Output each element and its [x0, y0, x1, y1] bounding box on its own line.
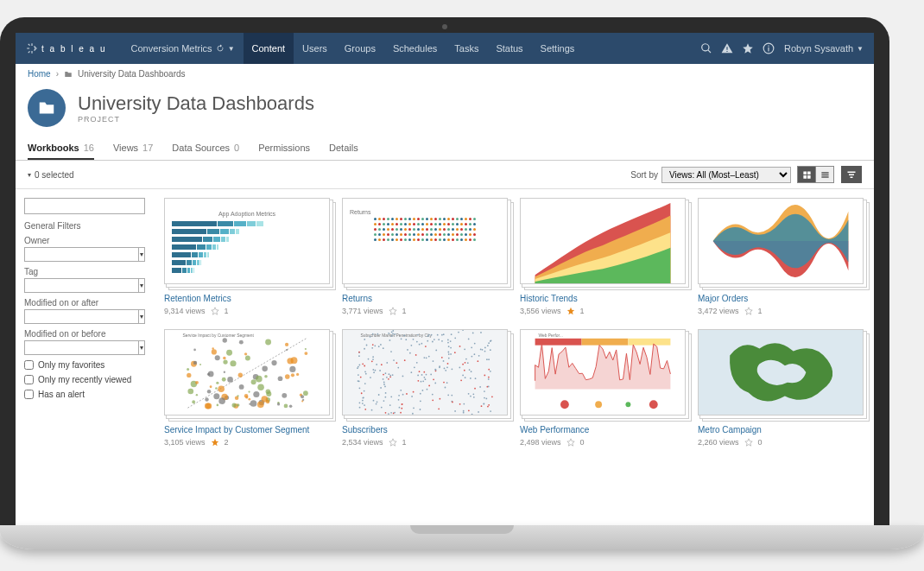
svg-point-272 — [434, 383, 436, 384]
alert-icon[interactable] — [721, 42, 733, 54]
svg-point-173 — [409, 352, 411, 354]
nav-tasks[interactable]: Tasks — [446, 33, 487, 64]
tab-details[interactable]: Details — [329, 137, 358, 160]
svg-point-23 — [278, 376, 283, 381]
has-alert-checkbox[interactable] — [24, 390, 34, 399]
svg-point-133 — [428, 385, 430, 387]
star-icon[interactable] — [566, 307, 575, 315]
breadcrumb-home[interactable]: Home — [28, 69, 51, 79]
owner-dropdown[interactable]: ▾ — [139, 247, 145, 262]
workbook-thumbnail[interactable] — [698, 329, 864, 416]
svg-point-181 — [416, 341, 418, 343]
svg-point-264 — [358, 374, 359, 376]
workbook-thumbnail[interactable]: Subscriber Market Penetration by City — [342, 329, 508, 416]
filter-search[interactable] — [24, 198, 145, 214]
brand-logo: t a b l e a u — [26, 42, 106, 54]
workbook-title[interactable]: Subscribers — [342, 424, 508, 435]
owner-field[interactable] — [24, 247, 139, 262]
view-grid-button[interactable] — [797, 166, 816, 183]
modified-after-picker[interactable]: ▾ — [139, 309, 145, 324]
tab-workbooks[interactable]: Workbooks16 — [28, 137, 94, 160]
svg-point-221 — [361, 392, 363, 394]
info-icon[interactable] — [763, 42, 775, 54]
tab-permissions[interactable]: Permissions — [258, 137, 310, 160]
star-icon[interactable] — [566, 438, 575, 447]
svg-point-226 — [459, 403, 461, 405]
workbook-thumbnail[interactable]: Web Perfor... — [520, 329, 686, 416]
svg-point-177 — [490, 371, 491, 372]
svg-point-189 — [386, 362, 388, 364]
modified-before-picker[interactable]: ▾ — [139, 340, 145, 355]
svg-point-14 — [277, 403, 280, 405]
svg-point-35 — [239, 384, 244, 390]
only-recent-checkbox[interactable] — [24, 375, 34, 384]
workbook-card[interactable]: Subscriber Market Penetration by CitySub… — [342, 329, 508, 447]
workbook-title[interactable]: Web Performance — [520, 424, 686, 435]
star-icon[interactable] — [744, 307, 753, 315]
nav-content[interactable]: Content — [244, 33, 294, 64]
svg-point-117 — [377, 401, 378, 403]
workbook-title[interactable]: Returns — [342, 293, 508, 304]
workbook-thumbnail[interactable]: Service Impact by Customer Segment — [164, 329, 330, 416]
svg-point-109 — [464, 370, 465, 371]
workbook-title[interactable]: Metro Campaign — [698, 424, 864, 435]
modified-before-field[interactable] — [24, 340, 139, 355]
workbook-card[interactable]: Service Impact by Customer SegmentServic… — [164, 329, 330, 447]
search-icon[interactable] — [700, 42, 712, 54]
svg-point-245 — [389, 339, 391, 341]
nav-status[interactable]: Status — [487, 33, 531, 64]
workbook-card[interactable]: App Adoption MetricsRetention Metrics9,3… — [164, 198, 330, 315]
workbook-thumbnail[interactable] — [520, 198, 686, 284]
site-picker[interactable]: Conversion Metrics ▼ — [122, 33, 243, 64]
svg-point-101 — [433, 360, 434, 362]
nav-settings[interactable]: Settings — [532, 33, 584, 64]
workbook-title[interactable]: Major Orders — [698, 293, 864, 304]
tag-field[interactable] — [24, 278, 139, 293]
workbook-card[interactable]: Web Perfor...Web Performance2,498 views0 — [520, 329, 686, 447]
workbook-title[interactable]: Retention Metrics — [164, 293, 330, 304]
workbook-card[interactable]: Metro Campaign2,260 views0 — [698, 329, 864, 447]
only-favorites-checkbox[interactable] — [24, 360, 34, 370]
svg-point-175 — [446, 382, 448, 384]
select-dropdown[interactable]: ▾ — [28, 171, 31, 179]
svg-point-82 — [237, 403, 239, 406]
sort-select[interactable]: Views: All (Most–Least) — [661, 167, 791, 183]
workbook-title[interactable]: Historic Trends — [520, 293, 686, 304]
star-icon[interactable] — [389, 438, 397, 447]
workbook-thumbnail[interactable] — [698, 198, 864, 284]
svg-point-256 — [443, 333, 445, 335]
tag-dropdown[interactable]: ▾ — [139, 278, 145, 293]
nav-groups[interactable]: Groups — [336, 33, 384, 64]
star-icon[interactable] — [389, 307, 397, 315]
svg-point-215 — [389, 376, 391, 377]
svg-point-36 — [287, 358, 293, 364]
nav-users[interactable]: Users — [294, 33, 336, 64]
workbook-views: 9,314 views — [164, 307, 206, 315]
selection-count: 0 selected — [35, 170, 74, 180]
workbook-thumbnail[interactable]: App Adoption Metrics — [164, 198, 330, 284]
workbook-card[interactable]: Major Orders3,472 views1 — [698, 198, 864, 315]
star-icon[interactable] — [211, 438, 219, 447]
star-icon[interactable] — [744, 438, 753, 447]
tab-views[interactable]: Views17 — [113, 137, 153, 160]
svg-point-59 — [205, 397, 208, 401]
modified-after-field[interactable] — [24, 309, 139, 324]
nav-schedules[interactable]: Schedules — [384, 33, 446, 64]
workbook-views: 3,105 views — [164, 438, 206, 447]
svg-point-203 — [413, 339, 415, 340]
user-menu[interactable]: Robyn Sysavath ▼ — [784, 43, 864, 54]
star-icon[interactable] — [211, 307, 219, 315]
workbook-card[interactable]: ReturnsReturns3,771 views1 — [342, 198, 508, 315]
svg-point-123 — [383, 374, 384, 376]
favorite-icon[interactable] — [742, 42, 754, 54]
filter-search-input[interactable] — [32, 201, 142, 211]
svg-point-49 — [217, 404, 219, 407]
view-list-button[interactable] — [815, 166, 834, 183]
workbook-title[interactable]: Service Impact by Customer Segment — [164, 424, 330, 435]
workbook-thumbnail[interactable]: Returns — [342, 198, 508, 284]
tab-data-sources[interactable]: Data Sources0 — [172, 137, 239, 160]
filter-panel-button[interactable] — [841, 166, 862, 183]
workbook-card[interactable]: Historic Trends3,556 views1 — [520, 198, 686, 315]
svg-point-20 — [213, 393, 219, 399]
svg-point-240 — [462, 364, 464, 365]
